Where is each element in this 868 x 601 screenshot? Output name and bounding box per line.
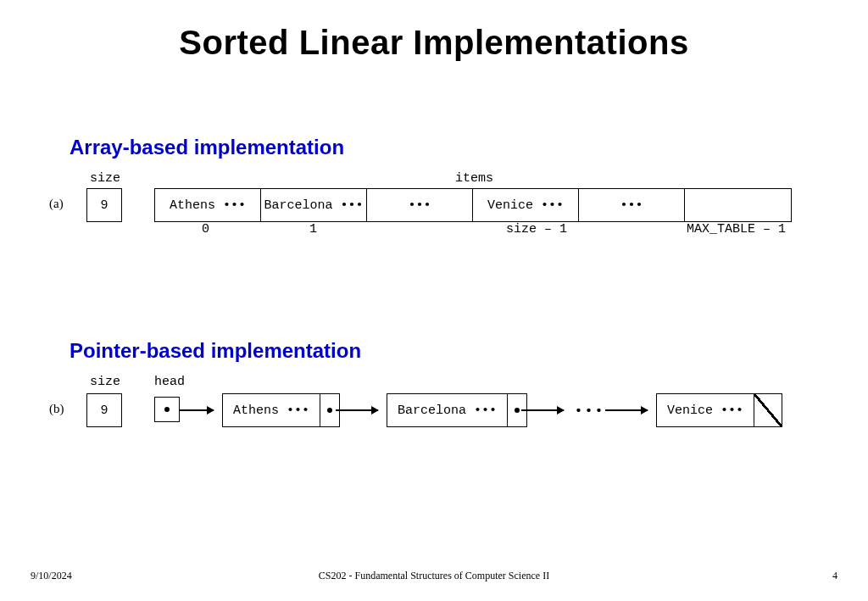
- ellipsis-gap: •••: [575, 404, 605, 419]
- array-cell: Venice •••: [473, 189, 579, 221]
- array-implementation-section: Array-based implementation size items (a…: [0, 136, 868, 239]
- array-index: MAX_TABLE – 1: [687, 222, 786, 237]
- slide-footer: 9/10/2024 CS202 - Fundamental Structures…: [0, 570, 868, 582]
- section-b-heading: Pointer-based implementation: [70, 339, 868, 363]
- size-box-b: 9: [86, 393, 122, 427]
- head-pointer-box: [154, 397, 180, 422]
- node-data: Venice •••: [657, 394, 754, 426]
- footer-course: CS202 - Fundamental Structures of Comput…: [319, 570, 549, 582]
- arrow-icon: [605, 409, 648, 411]
- linked-list-diagram: size head (b) 9 Athens ••• Barcelona •••…: [70, 375, 868, 442]
- head-label: head: [154, 375, 185, 389]
- node-data: Barcelona •••: [387, 394, 508, 426]
- list-node: Athens •••: [222, 393, 340, 427]
- array-index: size – 1: [506, 222, 567, 237]
- list-node: Venice •••: [656, 393, 782, 427]
- footer-page-number: 4: [832, 570, 837, 582]
- node-null-pointer: [754, 394, 782, 426]
- array-cell: •••: [367, 189, 473, 221]
- pointer-dot-icon: [327, 408, 332, 413]
- array-index: 1: [309, 222, 317, 237]
- pointer-dot-icon: [164, 407, 170, 412]
- diagram-marker-a: (a): [49, 197, 64, 211]
- footer-date: 9/10/2024: [31, 570, 72, 582]
- array-index: 0: [202, 222, 209, 237]
- array-cells: Athens ••• Barcelona ••• ••• Venice ••• …: [154, 188, 792, 222]
- list-node: Barcelona •••: [387, 393, 527, 427]
- size-label-b: size: [90, 375, 120, 389]
- arrow-icon: [180, 409, 214, 411]
- size-label-a: size: [90, 171, 120, 186]
- node-data: Athens •••: [223, 394, 320, 426]
- pointer-implementation-section: Pointer-based implementation size head (…: [0, 339, 868, 442]
- array-cell: Barcelona •••: [261, 189, 367, 221]
- slide-title: Sorted Linear Implementations: [0, 24, 868, 62]
- array-cell: [685, 189, 791, 221]
- arrow-icon: [336, 409, 378, 411]
- array-cell: •••: [579, 189, 685, 221]
- array-diagram: size items (a) 9 Athens ••• Barcelona ••…: [70, 171, 868, 239]
- array-cell: Athens •••: [155, 189, 261, 221]
- items-label: items: [455, 171, 493, 186]
- pointer-dot-icon: [515, 408, 520, 413]
- section-a-heading: Array-based implementation: [70, 136, 868, 159]
- arrow-icon: [521, 409, 564, 411]
- diagram-marker-b: (b): [49, 402, 64, 416]
- size-box-a: 9: [86, 188, 122, 222]
